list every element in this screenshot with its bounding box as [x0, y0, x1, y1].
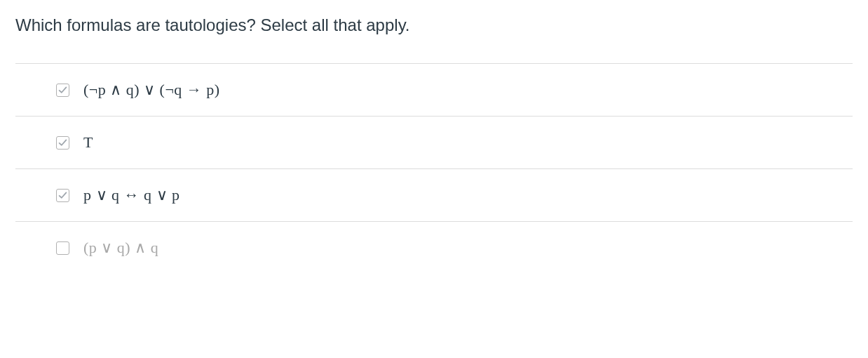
checkbox-checked-icon[interactable] — [56, 189, 69, 202]
option-label: (¬p ∧ q) ∨ (¬q → p) — [83, 81, 220, 99]
checkbox-checked-icon[interactable] — [56, 84, 69, 97]
option-row[interactable]: (p ∨ q) ∧ q — [15, 222, 853, 274]
option-label: (p ∨ q) ∧ q — [83, 239, 158, 257]
option-row[interactable]: T — [15, 117, 853, 169]
option-label: p ∨ q ↔ q ∨ p — [83, 186, 180, 204]
option-label: T — [83, 133, 93, 152]
question-prompt: Which formulas are tautologies? Select a… — [15, 14, 853, 37]
option-row[interactable]: (¬p ∧ q) ∨ (¬q → p) — [15, 64, 853, 117]
option-row[interactable]: p ∨ q ↔ q ∨ p — [15, 169, 853, 222]
options-list: (¬p ∧ q) ∨ (¬q → p) T p ∨ q ↔ q ∨ p (p ∨… — [15, 63, 853, 274]
checkbox-unchecked-icon[interactable] — [56, 241, 69, 255]
checkbox-checked-icon[interactable] — [56, 136, 69, 150]
